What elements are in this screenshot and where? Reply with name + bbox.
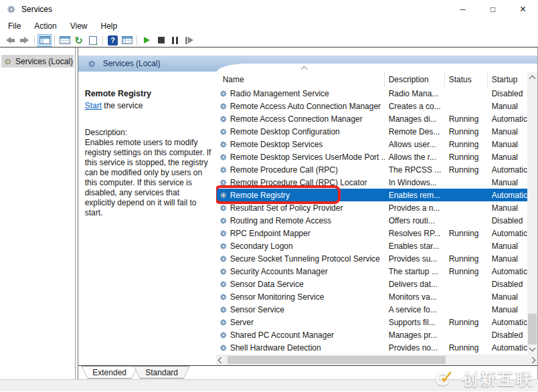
table-row[interactable]: Remote Procedure Call (RPC) The RPCSS ..… <box>216 163 527 176</box>
service-startup-type: Disabled <box>488 280 527 289</box>
service-startup-type: Automatic <box>488 267 527 276</box>
pause-service-button[interactable] <box>168 34 182 47</box>
service-startup-type: Manual <box>488 178 527 187</box>
action-pane-icon <box>122 36 132 44</box>
service-gear-icon <box>219 255 228 263</box>
properties-button[interactable] <box>58 34 72 47</box>
tab-standard-label: Standard <box>134 367 189 378</box>
services-rows: Radio Management Service Radio Mana... D… <box>216 87 527 355</box>
horizontal-scrollbar[interactable] <box>216 355 537 365</box>
service-description: Offers routi... <box>385 216 445 225</box>
service-status: Running <box>445 127 488 136</box>
menu-view[interactable]: View <box>64 19 94 33</box>
refresh-button[interactable]: ↻ <box>72 34 86 47</box>
service-description: A service fo... <box>385 305 445 314</box>
service-gear-icon <box>219 166 228 174</box>
start-service-icon <box>144 37 150 43</box>
service-description: The RPCSS ... <box>385 165 445 175</box>
services-gear-icon <box>7 5 16 14</box>
service-description: Creates a co... <box>385 102 445 111</box>
table-row[interactable]: Remote Procedure Call (RPC) Locator In W… <box>216 176 527 189</box>
service-description: Provides su... <box>385 254 445 264</box>
menu-file[interactable]: File <box>1 19 27 33</box>
close-button[interactable]: × <box>508 0 538 19</box>
table-row[interactable]: Remote Registry Enables rem... Automatic <box>216 189 527 201</box>
service-name: Remote Desktop Services UserMode Port ..… <box>230 153 385 162</box>
table-row[interactable]: Remote Desktop Configuration Remote Des.… <box>216 125 527 138</box>
service-startup-type: Disabled <box>488 330 527 340</box>
toolbar-separator <box>102 35 103 45</box>
service-description: Delivers dat... <box>385 280 445 289</box>
service-gear-icon <box>219 268 228 276</box>
forward-button[interactable] <box>17 34 31 47</box>
stop-service-button[interactable] <box>154 34 168 47</box>
restart-service-icon <box>185 37 193 44</box>
table-row[interactable]: Sensor Service A service fo... Manual <box>216 303 527 316</box>
help-button[interactable]: ? <box>106 34 120 47</box>
menu-action[interactable]: Action <box>27 19 63 33</box>
console-tree-icon <box>39 36 50 44</box>
watermark-text: 创新互联 <box>462 369 534 390</box>
table-row[interactable]: Secondary Logon Enables star... Manual <box>216 239 527 252</box>
restart-service-button[interactable] <box>182 34 196 47</box>
service-name: Remote Desktop Services <box>230 140 323 149</box>
column-header-description[interactable]: Description <box>385 72 445 87</box>
panel-gear-icon <box>88 60 96 68</box>
service-description: Enables star... <box>385 241 445 251</box>
tree-item-label: Services (Local) <box>15 57 73 66</box>
vertical-scrollbar[interactable] <box>527 72 537 355</box>
service-gear-icon <box>219 229 228 237</box>
service-startup-type: Manual <box>488 203 527 213</box>
start-service-link[interactable]: Start <box>85 101 102 110</box>
service-name: Sensor Monitoring Service <box>230 292 325 302</box>
table-row[interactable]: Sensor Monitoring Service Monitors va...… <box>216 290 527 303</box>
table-row[interactable]: Remote Desktop Services UserMode Port ..… <box>216 151 527 163</box>
maximize-button[interactable]: □ <box>478 0 508 19</box>
table-row[interactable]: Shared PC Account Manager Manages pr... … <box>216 328 527 341</box>
start-service-suffix: the service <box>102 101 143 110</box>
vertical-scroll-track[interactable] <box>527 81 537 346</box>
table-row[interactable]: Routing and Remote Access Offers routi..… <box>216 214 527 227</box>
table-row[interactable]: Server Supports fil... Running Automatic <box>216 316 527 328</box>
column-header-status[interactable]: Status <box>445 72 488 87</box>
menu-help[interactable]: Help <box>94 19 124 33</box>
table-row[interactable]: Resultant Set of Policy Provider Provide… <box>216 201 527 214</box>
start-service-button[interactable] <box>140 34 154 47</box>
table-row[interactable]: Remote Access Auto Connection Manager Cr… <box>216 100 527 112</box>
service-name: Secondary Logon <box>230 241 293 251</box>
toolbar: ↻ ? <box>0 33 538 47</box>
service-description: The startup ... <box>385 267 445 276</box>
scroll-left-button[interactable] <box>216 355 226 365</box>
service-startup-type: Disabled <box>488 89 527 98</box>
table-row[interactable]: Shell Hardware Detection Provides no... … <box>216 341 527 354</box>
service-gear-icon <box>219 128 228 136</box>
horizontal-scroll-thumb[interactable] <box>228 356 446 364</box>
tab-standard[interactable]: Standard <box>134 366 190 379</box>
service-gear-icon <box>219 344 228 352</box>
scroll-right-button[interactable] <box>527 355 537 365</box>
table-row[interactable]: Sensor Data Service Delivers dat... Disa… <box>216 278 527 290</box>
table-row[interactable]: Remote Desktop Services Allows user... R… <box>216 138 527 151</box>
description-label: Description: <box>85 128 127 137</box>
table-row[interactable]: Security Accounts Manager The startup ..… <box>216 265 527 278</box>
table-row[interactable]: RPC Endpoint Mapper Resolves RP... Runni… <box>216 227 527 239</box>
service-startup-type: Manual <box>488 241 527 251</box>
show-action-pane-button[interactable] <box>120 34 134 47</box>
tree-item-services-local[interactable]: Services (Local) <box>1 55 74 68</box>
column-header-name[interactable]: Name <box>216 72 385 87</box>
table-row[interactable]: Radio Management Service Radio Mana... D… <box>216 87 527 100</box>
column-header-startup[interactable]: Startup <box>488 72 527 87</box>
scroll-down-icon[interactable] <box>529 345 536 352</box>
table-row[interactable]: Secure Socket Tunneling Protocol Service… <box>216 252 527 265</box>
vertical-scroll-thumb[interactable] <box>528 314 537 345</box>
minimize-button[interactable]: ─ <box>448 0 478 19</box>
service-startup-type: Automatic <box>488 191 527 200</box>
refresh-icon: ↻ <box>74 35 83 45</box>
tab-extended[interactable]: Extended <box>82 366 138 379</box>
back-button[interactable] <box>3 34 17 47</box>
list-header-row: Name Description Status Startup <box>216 72 527 87</box>
service-name: RPC Endpoint Mapper <box>230 229 310 238</box>
table-row[interactable]: Remote Access Connection Manager Manages… <box>216 112 527 125</box>
show-console-tree-button[interactable] <box>37 34 52 47</box>
export-list-button[interactable] <box>86 34 100 47</box>
